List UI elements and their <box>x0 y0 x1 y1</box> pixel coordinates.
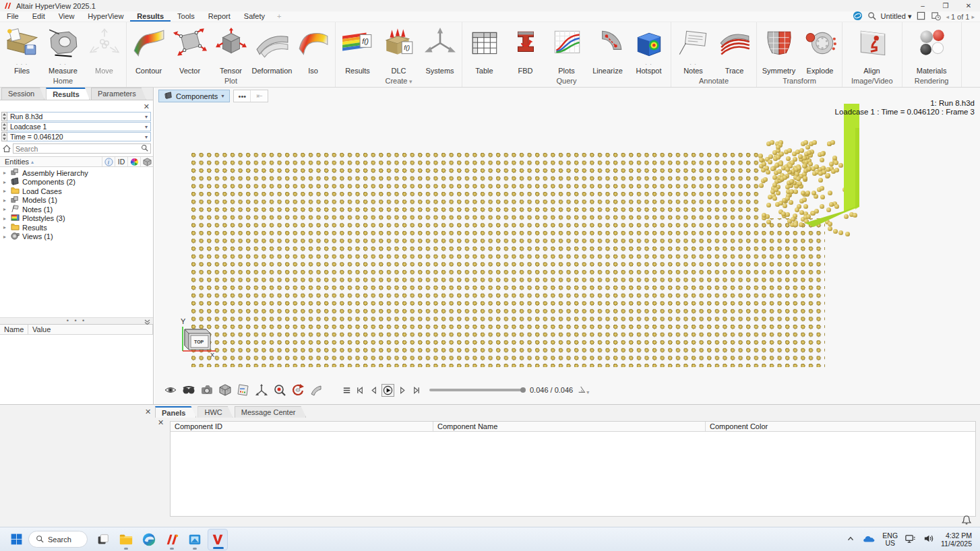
menu-view[interactable]: View <box>52 11 82 22</box>
ribbon-iso[interactable]: Iso <box>293 23 334 75</box>
tree-item-plotstyles-3-[interactable]: ▸Plotstyles (3) <box>0 214 153 224</box>
color-wheel-icon[interactable] <box>127 157 140 166</box>
sort-ascending-icon[interactable]: ▴ <box>31 159 34 165</box>
menu-overflow-button[interactable]: + <box>272 11 286 22</box>
tree-item-notes-1-[interactable]: ▸Notes (1) <box>0 205 153 214</box>
ribbon-results[interactable]: f()Results <box>337 23 378 75</box>
taskbar-search[interactable]: Search <box>28 531 88 548</box>
menu-safety[interactable]: Safety <box>237 11 272 22</box>
tab-results[interactable]: Results <box>46 88 90 100</box>
step-forward-icon[interactable] <box>397 384 408 396</box>
tree-item-views-1-[interactable]: ▸Views (1) <box>0 232 153 242</box>
ribbon-plots[interactable]: Plots <box>546 23 587 75</box>
chevron-up-icon[interactable] <box>846 534 855 545</box>
expand-arrow-icon[interactable]: ▸ <box>3 224 8 230</box>
skip-end-icon[interactable] <box>410 384 421 396</box>
spinner-control[interactable] <box>1 112 7 121</box>
ribbon-notes[interactable]: . .Notes <box>673 23 714 75</box>
step-back-icon[interactable] <box>368 384 379 396</box>
menu-icon[interactable] <box>341 384 352 396</box>
ribbon-hotspot[interactable]: . .Hotspot <box>628 23 669 75</box>
table-close-icon[interactable]: ✕ <box>158 418 164 427</box>
chevron-down-icon[interactable]: ▾ <box>408 78 412 85</box>
ribbon-materials[interactable]: Materials <box>911 23 952 75</box>
cloud-icon[interactable] <box>862 534 876 545</box>
tree-item-models-1-[interactable]: ▸Models (1) <box>0 196 153 205</box>
id-column-toggle[interactable]: ID <box>115 157 127 166</box>
expand-arrow-icon[interactable]: ▸ <box>3 206 8 212</box>
tree-item-results[interactable]: ▸Results <box>0 223 153 232</box>
spinner-control[interactable] <box>1 122 7 131</box>
menu-tools[interactable]: Tools <box>171 11 202 22</box>
tree-item-assembly-hierarchy[interactable]: ▸Assembly Hierarchy <box>0 168 153 178</box>
menu-results[interactable]: Results <box>130 11 171 22</box>
panel-splitter[interactable]: • • • <box>0 317 153 325</box>
taskbar-task-view-icon[interactable] <box>93 529 113 550</box>
selector-dropdown[interactable]: Run 8.h3d▾ <box>7 112 151 121</box>
cube-icon[interactable] <box>140 157 153 166</box>
browser-close-icon[interactable]: ✕ <box>144 103 150 110</box>
snapshot-icon[interactable] <box>197 381 216 399</box>
selector-dropdown[interactable]: Time = 0.046120▾ <box>7 132 151 141</box>
mask-icon[interactable] <box>179 381 197 399</box>
tab-hwc[interactable]: HWC <box>197 406 233 418</box>
tab-panels[interactable]: Panels <box>155 406 196 418</box>
skip-start-icon[interactable] <box>355 384 365 396</box>
windows-start-button[interactable] <box>9 532 24 546</box>
page-next-button[interactable]: ▸ <box>971 13 975 20</box>
ribbon-vector[interactable]: Vector <box>169 23 210 75</box>
ribbon-dlc[interactable]: f()DLC <box>378 23 419 75</box>
taskbar-hyperworks-icon[interactable] <box>185 529 205 550</box>
animation-slider[interactable] <box>429 389 524 391</box>
ribbon-contour[interactable]: Contour <box>128 23 169 75</box>
tab-parameters[interactable]: Parameters <box>91 88 146 100</box>
expand-arrow-icon[interactable]: ▸ <box>3 188 8 194</box>
ribbon-tensor[interactable]: Tensor <box>210 23 251 75</box>
triad-icon[interactable] <box>252 381 270 399</box>
layout-icon[interactable] <box>916 11 926 22</box>
component-selector-button[interactable]: Components ▾ <box>158 90 230 102</box>
collapse-toolbar-button[interactable]: ⇤ <box>251 90 268 102</box>
network-icon[interactable] <box>905 533 916 546</box>
ribbon-trace[interactable]: Trace <box>714 23 755 75</box>
zoom-icon[interactable] <box>270 381 288 399</box>
expand-arrow-icon[interactable]: ▸ <box>3 234 8 240</box>
expand-arrow-icon[interactable]: ▸ <box>3 216 8 222</box>
ribbon-linearize[interactable]: Linearize <box>587 23 628 75</box>
tree-item-load-cases[interactable]: ▸Load Cases <box>0 187 153 196</box>
close-button[interactable]: ✕ <box>957 0 980 11</box>
notification-bell-icon[interactable] <box>961 515 972 527</box>
tab-session[interactable]: Session <box>1 88 44 100</box>
pages-icon[interactable] <box>931 11 941 22</box>
overflow-button[interactable]: ••• <box>234 90 251 102</box>
animation-mode-button[interactable]: ▾ <box>577 385 589 395</box>
tab-message-center[interactable]: Message Center <box>235 406 307 418</box>
page-prev-button[interactable]: ◂ <box>946 13 949 20</box>
table-column-component-color[interactable]: Component Color <box>706 422 975 431</box>
taskbar-hyperview-icon[interactable] <box>208 529 228 550</box>
ribbon-deformation[interactable]: Deformation <box>251 23 293 75</box>
search-icon[interactable] <box>867 11 876 22</box>
ribbon-systems[interactable]: Systems <box>419 23 460 75</box>
speaker-icon[interactable] <box>923 533 934 546</box>
menu-hyperview[interactable]: HyperView <box>81 11 130 22</box>
clock-indicator[interactable]: 4:32 PM11/4/2025 <box>941 531 972 548</box>
ribbon-files[interactable]: . . .Files <box>1 23 42 75</box>
info-icon[interactable]: i <box>102 157 115 166</box>
taskbar-file-explorer-icon[interactable] <box>116 529 136 550</box>
session-dropdown[interactable]: Untitled ▾ <box>881 12 912 21</box>
expand-arrow-icon[interactable]: ▸ <box>3 170 8 176</box>
section-icon[interactable] <box>307 381 325 399</box>
menu-report[interactable]: Report <box>202 11 237 22</box>
slider-thumb[interactable] <box>520 387 526 393</box>
ribbon-fbd[interactable]: FBD <box>505 23 546 75</box>
menu-file[interactable]: File <box>0 11 26 22</box>
ribbon-symmetry[interactable]: Symmetry <box>758 23 799 75</box>
menu-edit[interactable]: Edit <box>26 11 52 22</box>
spinner-control[interactable] <box>1 132 7 141</box>
home-icon[interactable] <box>1 143 11 154</box>
ribbon-explode[interactable]: Explode <box>799 23 840 75</box>
table-column-component-id[interactable]: Component ID <box>171 422 433 431</box>
view-controls-icon[interactable] <box>161 381 179 399</box>
taskbar-edge-icon[interactable] <box>139 529 159 550</box>
